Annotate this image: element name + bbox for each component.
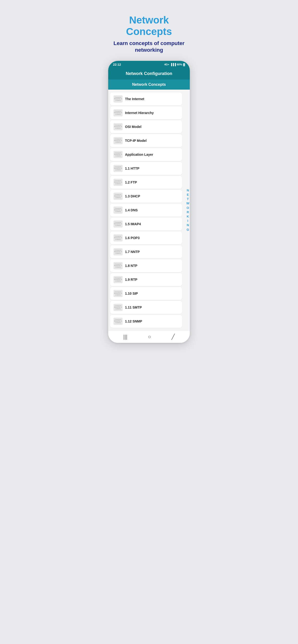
app-bar-title: Network Configuration [126,71,172,76]
item-icon: ComputerNetworks &CONFIG [113,234,123,242]
list-item[interactable]: ComputerNetworks &CONFIG 1.5 IMAP4 [110,218,182,230]
item-label-13: 1.8 NTP [125,264,137,268]
side-nav[interactable]: N E T W O R K I N G [186,90,189,330]
side-nav-i[interactable]: I [187,219,188,223]
item-icon: ComputerNetworks &CONFIG [113,304,123,311]
item-icon: ComputerNetworks &CONFIG [113,290,123,297]
menu-icon[interactable]: ||| [123,334,127,340]
battery-symbol: ▓ [183,63,185,66]
side-nav-t[interactable]: T [187,197,189,201]
list-item[interactable]: ComputerNetworks &CONFIG 1.4 DNS [110,204,182,216]
list-item[interactable]: ComputerNetworks &CONFIG 1.8 NTP [110,259,182,272]
list-item[interactable]: ComputerNetworks &CONFIG 1.11 SMTP [110,301,182,314]
item-icon: ComputerNetworks &CONFIG [113,276,123,283]
item-label-6: 1.1 HTTP [125,166,139,170]
item-icon: ComputerNetworks &CONFIG [113,220,123,228]
list-item[interactable]: ComputerNetworks &CONFIG 1.1 HTTP [110,162,182,175]
list-item[interactable]: ComputerNetworks &CONFIG The Internet [110,92,182,106]
side-nav-n[interactable]: N [187,188,189,192]
back-icon[interactable]: ╱ [172,334,175,340]
item-icon: ComputerNetworks &CONFIG [113,248,123,256]
list-item[interactable]: ComputerNetworks &CONFIG 1.3 DHCP [110,190,182,203]
side-nav-w[interactable]: W [186,201,189,206]
list-item[interactable]: ComputerNetworks &CONFIG Application Lay… [110,148,182,161]
item-label-14: 1.9 RTP [125,278,137,282]
item-label-10: 1.5 IMAP4 [125,222,141,226]
item-icon: ComputerNetworks &CONFIG [113,137,123,144]
list-item[interactable]: ComputerNetworks &CONFIG OSI Model [110,120,182,133]
header-section: Network Concepts Learn concepts of compu… [99,5,199,61]
item-icon: ComputerNetworks &CONFIG [113,95,123,102]
item-icon: ComputerNetworks &CONFIG [113,206,123,214]
item-icon: ComputerNetworks &CONFIG [113,109,123,116]
status-bar: 22:12 4G+ ▐▐▐ 60% ▓ [108,61,190,68]
status-time: 22:12 [113,63,121,66]
item-icon: ComputerNetworks &CONFIG [113,179,123,186]
section-header: Network Concepts [108,80,190,90]
item-label-7: 1.2 FTP [125,180,137,184]
battery-icon: 60% [177,63,182,66]
item-label-12: 1.7 NNTP [125,250,140,254]
app-bar: Network Configuration [108,68,190,80]
item-label-16: 1.11 SMTP [125,306,142,309]
side-nav-o[interactable]: O [187,206,189,210]
item-icon: ComputerNetworks &CONFIG [113,123,123,130]
signal-icon: ▐▐▐ [170,63,176,66]
list-item[interactable]: ComputerNetworks &CONFIG Internet Hierar… [110,106,182,119]
item-label-4: TCP-IP Model [125,139,146,142]
status-icons: 4G+ ▐▐▐ 60% ▓ [164,63,185,66]
list-item[interactable]: ComputerNetworks &CONFIG 1.2 FTP [110,176,182,189]
home-icon[interactable]: ○ [148,334,151,340]
item-icon: ComputerNetworks &CONFIG [113,318,123,325]
list-item[interactable]: ComputerNetworks &CONFIG 1.6 POP3 [110,232,182,244]
item-label-5: Application Layer [125,152,153,156]
list-item[interactable]: ComputerNetworks &CONFIG 1.10 SIP [110,287,182,300]
side-nav-n2[interactable]: N [187,223,189,227]
page-wrapper: Network Concepts Learn concepts of compu… [99,5,199,348]
item-label-2: Internet Hierarchy [125,111,154,115]
side-nav-g[interactable]: G [187,228,189,232]
section-title: Network Concepts [132,82,166,86]
item-label-3: OSI Model [125,125,141,129]
side-nav-r[interactable]: R [187,210,189,214]
item-label-15: 1.10 SIP [125,292,138,296]
bottom-nav: ||| ○ ╱ [108,330,190,343]
list-item[interactable]: ComputerNetworks &CONFIG 1.7 NNTP [110,245,182,258]
list-container: N E T W O R K I N G ComputerNetworks &CO… [108,90,190,330]
list-item[interactable]: ComputerNetworks &CONFIG 1.12 SNMP [110,315,182,328]
network-icon: 4G+ [164,63,169,66]
app-title: Network Concepts [106,14,192,38]
list-item[interactable]: ComputerNetworks &CONFIG TCP-IP Model [110,134,182,147]
item-icon: ComputerNetworks &CONFIG [113,165,123,172]
app-subtitle: Learn concepts of computer networking [106,40,192,54]
item-label-1: The Internet [125,97,144,101]
side-nav-k[interactable]: K [187,214,189,219]
item-icon: ComputerNetworks &CONFIG [113,262,123,269]
list-item[interactable]: ComputerNetworks &CONFIG 1.9 RTP [110,273,182,286]
item-label-17: 1.12 SNMP [125,319,142,323]
item-label-8: 1.3 DHCP [125,194,140,198]
side-nav-e[interactable]: E [187,192,189,197]
phone-mockup: 22:12 4G+ ▐▐▐ 60% ▓ Network Configuratio… [108,61,190,343]
item-icon: ComputerNetworks &CONFIG [113,151,123,158]
item-label-9: 1.4 DNS [125,208,138,212]
item-icon: ComputerNetworks &CONFIG [113,192,123,200]
item-label-11: 1.6 POP3 [125,236,140,240]
